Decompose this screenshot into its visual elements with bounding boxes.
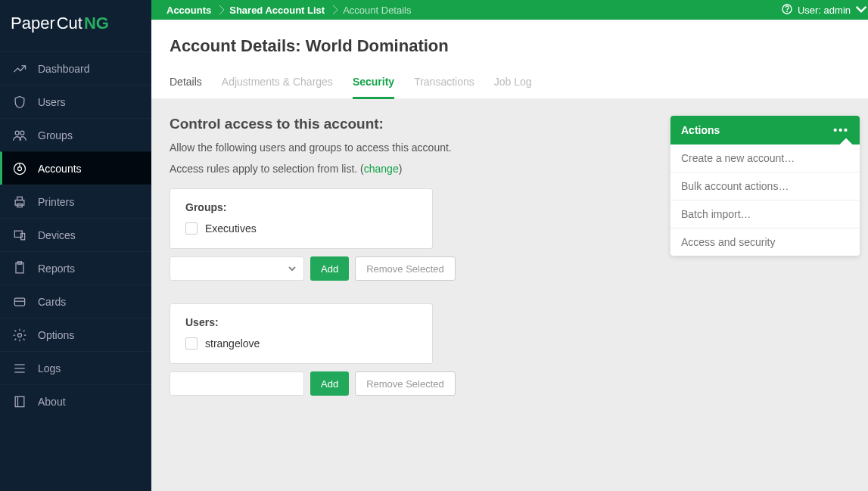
logo: PaperCutNG	[0, 0, 151, 51]
page-title: Account Details: World Domination	[170, 36, 860, 56]
logs-icon	[12, 361, 27, 376]
svg-rect-9	[21, 233, 25, 239]
svg-rect-6	[17, 197, 23, 200]
breadcrumb-account-details: Account Details	[338, 0, 418, 20]
section-heading: Control access to this account:	[170, 116, 654, 132]
sidebar-item-label: Logs	[38, 362, 61, 374]
sidebar-item-printers[interactable]: Printers	[0, 185, 151, 218]
group-select[interactable]	[170, 256, 304, 281]
accounts-icon	[12, 161, 27, 176]
logo-cut: Cut	[57, 14, 82, 33]
groups-title: Groups:	[185, 201, 417, 213]
breadcrumb-accounts[interactable]: Accounts	[162, 0, 219, 20]
user-menu[interactable]: User: admin	[781, 3, 867, 17]
sidebar-item-accounts[interactable]: Accounts	[0, 151, 151, 185]
sidebar-item-about[interactable]: About	[0, 384, 151, 418]
section-desc: Allow the following users and groups to …	[170, 141, 654, 154]
sidebar-item-label: Accounts	[38, 163, 82, 175]
svg-point-21	[787, 11, 788, 12]
group-row-executives: Executives	[185, 222, 417, 235]
sidebar: PaperCutNG Dashboard Users Groups Accoun…	[0, 0, 151, 491]
sidebar-item-devices[interactable]: Devices	[0, 218, 151, 251]
sidebar-item-label: Cards	[38, 296, 66, 308]
options-icon	[12, 328, 27, 343]
user-checkbox[interactable]	[185, 337, 198, 350]
group-checkbox[interactable]	[185, 222, 198, 235]
tab-transactions[interactable]: Transactions	[414, 76, 474, 98]
svg-point-0	[15, 131, 19, 135]
dashboard-icon	[12, 61, 27, 76]
sidebar-item-reports[interactable]: Reports	[0, 251, 151, 284]
change-link[interactable]: change	[364, 163, 399, 175]
printers-icon	[12, 194, 27, 210]
svg-rect-18	[15, 396, 24, 406]
sidebar-item-label: Groups	[38, 129, 73, 141]
sidebar-item-groups[interactable]: Groups	[0, 118, 151, 151]
more-icon[interactable]: •••	[833, 124, 849, 136]
sidebar-item-label: Users	[38, 96, 66, 108]
content-area: Control access to this account: Allow th…	[151, 99, 868, 491]
nav: Dashboard Users Groups Accounts Printers…	[0, 51, 151, 418]
groups-controls: Add Remove Selected	[170, 256, 654, 281]
reports-icon	[12, 261, 27, 276]
section-note: Access rules apply to selection from lis…	[170, 163, 654, 175]
page-header: Account Details: World Domination	[151, 20, 868, 62]
tab-details[interactable]: Details	[170, 76, 202, 98]
groups-icon	[12, 128, 27, 143]
logo-ng: NG	[84, 14, 109, 33]
chevron-right-icon	[332, 0, 338, 20]
users-title: Users:	[185, 316, 417, 328]
svg-point-3	[18, 166, 22, 170]
users-controls: Add Remove Selected	[170, 371, 654, 396]
remove-user-button[interactable]: Remove Selected	[355, 371, 456, 396]
tab-adjustments[interactable]: Adjustments & Charges	[222, 76, 333, 98]
sidebar-item-label: Options	[38, 329, 74, 341]
users-card: Users: strangelove	[170, 303, 433, 364]
svg-rect-5	[15, 200, 24, 205]
action-create-account[interactable]: Create a new account…	[670, 145, 860, 172]
sidebar-item-users[interactable]: Users	[0, 85, 151, 118]
sidebar-item-label: About	[38, 396, 66, 408]
help-icon	[781, 3, 793, 17]
tab-job-log[interactable]: Job Log	[494, 76, 532, 98]
cards-icon	[12, 294, 27, 309]
sidebar-item-logs[interactable]: Logs	[0, 351, 151, 384]
breadcrumb-shared-account-list[interactable]: Shared Account List	[225, 0, 332, 20]
groups-card: Groups: Executives	[170, 188, 433, 249]
security-section: Control access to this account: Allow th…	[170, 116, 654, 418]
main: Accounts Shared Account List Account Det…	[151, 0, 868, 491]
topbar: Accounts Shared Account List Account Det…	[151, 0, 868, 20]
user-input[interactable]	[170, 371, 304, 396]
chevron-right-icon	[219, 0, 225, 20]
action-access-security[interactable]: Access and security	[670, 228, 860, 256]
breadcrumb: Accounts Shared Account List Account Det…	[162, 0, 419, 20]
chevron-down-icon	[855, 3, 867, 17]
actions-title: Actions	[681, 124, 720, 136]
sidebar-item-dashboard[interactable]: Dashboard	[0, 51, 151, 85]
group-label: Executives	[205, 222, 257, 235]
svg-point-14	[18, 333, 22, 337]
logo-paper: Paper	[11, 14, 55, 33]
actions-header: Actions •••	[670, 116, 860, 145]
actions-panel: Actions ••• Create a new account… Bulk a…	[670, 116, 860, 256]
sidebar-item-options[interactable]: Options	[0, 318, 151, 351]
user-icon	[12, 95, 27, 110]
add-user-button[interactable]: Add	[310, 371, 349, 396]
tab-security[interactable]: Security	[353, 76, 394, 99]
action-bulk-account[interactable]: Bulk account actions…	[670, 172, 860, 200]
user-row-strangelove: strangelove	[185, 337, 417, 350]
actions-column: Actions ••• Create a new account… Bulk a…	[670, 116, 860, 256]
user-label: User: admin	[798, 5, 851, 16]
action-batch-import[interactable]: Batch import…	[670, 200, 860, 228]
user-label: strangelove	[205, 337, 260, 350]
add-group-button[interactable]: Add	[310, 256, 349, 281]
sidebar-item-cards[interactable]: Cards	[0, 284, 151, 318]
sidebar-item-label: Reports	[38, 263, 75, 275]
sidebar-item-label: Dashboard	[38, 63, 90, 75]
sidebar-item-label: Printers	[38, 196, 74, 208]
remove-group-button[interactable]: Remove Selected	[355, 256, 456, 281]
sidebar-item-label: Devices	[38, 229, 76, 241]
svg-point-1	[20, 131, 24, 135]
tabs: Details Adjustments & Charges Security T…	[151, 62, 868, 99]
devices-icon	[12, 228, 27, 243]
